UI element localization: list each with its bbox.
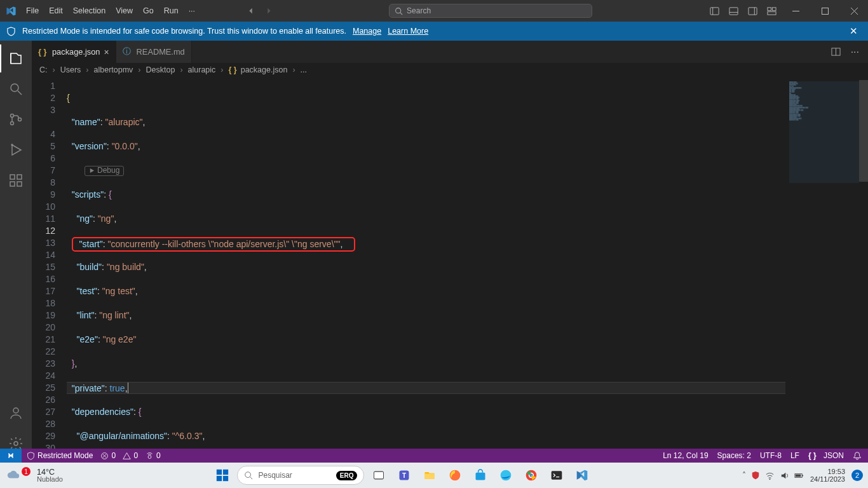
start-button-icon[interactable] — [212, 464, 233, 486]
info-file-icon: ⓘ — [123, 46, 133, 57]
line-numbers: 1234567891011121314151617181920212223242… — [32, 80, 67, 458]
vertical-scrollbar[interactable] — [859, 80, 868, 458]
window-maximize-icon[interactable] — [811, 0, 839, 22]
crumb[interactable]: Desktop — [146, 65, 175, 74]
tray-volume-icon[interactable] — [780, 471, 789, 480]
tab-close-icon[interactable]: × — [104, 47, 109, 57]
tab-package-json[interactable]: { } package.json × — [32, 41, 116, 63]
taskbar-app-vscode-icon[interactable] — [571, 464, 593, 486]
code-content[interactable]: { "name": "alurapic", "version": "0.0.0"… — [67, 80, 785, 458]
svg-point-32 — [148, 455, 151, 458]
activity-extensions-icon[interactable] — [0, 166, 32, 194]
taskbar-clock[interactable]: 19:53 24/11/2023 — [810, 468, 845, 483]
taskbar-app-explorer-icon[interactable] — [419, 464, 440, 486]
breadcrumb[interactable]: C: Users albertopmv Desktop alurapic { }… — [0, 63, 868, 77]
tab-label: package.json — [52, 47, 100, 57]
activity-source-control-icon[interactable] — [0, 105, 32, 133]
taskbar-app-store-icon[interactable] — [470, 464, 491, 486]
nav-back-icon[interactable] — [244, 4, 258, 18]
svg-point-0 — [396, 8, 401, 13]
layout-left-icon[interactable] — [705, 0, 723, 22]
taskbar-app-chrome-icon[interactable] — [520, 464, 542, 486]
system-tray[interactable]: ˄ — [742, 471, 804, 480]
taskbar-notification-badge[interactable]: 2 — [851, 470, 863, 481]
activity-account-icon[interactable] — [0, 399, 32, 427]
crumb[interactable]: C: — [39, 65, 48, 74]
crumb[interactable]: albertopmv — [94, 65, 133, 74]
status-bar: Restricted Mode 0 0 0 Ln 12, Col 19 Spac… — [0, 449, 868, 463]
editor[interactable]: 1234567891011121314151617181920212223242… — [32, 80, 868, 458]
activity-explorer-icon[interactable] — [0, 44, 32, 72]
svg-rect-53 — [796, 474, 801, 477]
activity-search-icon[interactable] — [0, 75, 32, 103]
tray-security-icon[interactable] — [751, 471, 760, 480]
status-ports[interactable]: 0 — [146, 451, 161, 460]
search-placeholder: Search — [407, 6, 431, 15]
menu-selection[interactable]: Selection — [69, 3, 110, 19]
more-actions-icon[interactable]: ··· — [848, 44, 862, 60]
taskbar-weather[interactable]: 1 14°C Nublado — [0, 468, 63, 483]
tray-wifi-icon[interactable] — [765, 471, 775, 480]
status-cursor-position[interactable]: Ln 12, Col 19 — [663, 451, 708, 460]
crumb[interactable]: alurapic — [188, 65, 216, 74]
status-eol[interactable]: LF — [790, 451, 799, 460]
svg-line-1 — [400, 12, 402, 14]
command-center-search[interactable]: Search — [389, 4, 592, 18]
crumb[interactable]: ... — [301, 65, 307, 74]
banner-manage-link[interactable]: Manage — [353, 27, 381, 36]
taskbar-app-firefox-icon[interactable] — [444, 464, 466, 486]
json-file-icon: { } — [229, 65, 237, 74]
taskbar-app-edge-icon[interactable] — [495, 464, 517, 486]
debug-codelens[interactable]: Debug — [85, 166, 124, 176]
tray-chevron-icon[interactable]: ˄ — [742, 471, 746, 480]
svg-rect-9 — [772, 7, 776, 10]
taskbar-app-teams-icon[interactable]: T — [393, 464, 415, 486]
menu-overflow-icon[interactable]: ··· — [184, 3, 200, 19]
taskbar-search[interactable]: Pesquisar ERQ — [237, 466, 364, 485]
svg-line-18 — [18, 91, 22, 95]
taskbar-app-taskview-icon[interactable] — [368, 464, 390, 486]
taskbar-app-terminal-icon[interactable] — [546, 464, 567, 486]
svg-rect-35 — [217, 476, 222, 481]
status-notifications-icon[interactable] — [853, 451, 862, 460]
svg-text:T: T — [402, 472, 406, 479]
shield-icon — [6, 27, 16, 36]
menu-view[interactable]: View — [111, 3, 137, 19]
window-minimize-icon[interactable] — [782, 0, 810, 22]
window-close-icon[interactable] — [840, 0, 868, 22]
activity-run-debug-icon[interactable] — [0, 136, 32, 164]
menu-run[interactable]: Run — [159, 3, 183, 19]
status-language[interactable]: { } JSON — [808, 451, 844, 460]
status-encoding[interactable]: UTF-8 — [760, 451, 782, 460]
tab-readme[interactable]: ⓘ README.md — [116, 41, 192, 63]
tray-battery-icon[interactable] — [794, 471, 804, 480]
svg-point-20 — [11, 122, 14, 125]
banner-learn-link[interactable]: Learn More — [388, 27, 428, 36]
status-indent[interactable]: Spaces: 2 — [717, 451, 751, 460]
svg-rect-8 — [767, 7, 771, 10]
menu-file[interactable]: File — [22, 3, 43, 19]
status-restricted-mode[interactable]: Restricted Mode — [27, 451, 93, 460]
layout-custom-icon[interactable] — [763, 0, 780, 22]
menu-go[interactable]: Go — [139, 3, 158, 19]
crumb[interactable]: package.json — [241, 65, 288, 74]
svg-point-17 — [11, 84, 18, 92]
layout-bottom-icon[interactable] — [724, 0, 742, 22]
remote-indicator-icon[interactable] — [0, 449, 22, 463]
banner-text: Restricted Mode is intended for safe cod… — [22, 27, 346, 36]
banner-close-icon[interactable]: ✕ — [846, 25, 862, 37]
status-problems[interactable]: 0 0 — [100, 451, 138, 460]
layout-right-icon[interactable] — [743, 0, 761, 22]
svg-rect-10 — [767, 11, 775, 15]
svg-point-27 — [13, 408, 18, 413]
svg-rect-12 — [822, 8, 828, 14]
json-file-icon: { } — [38, 47, 48, 57]
svg-rect-4 — [729, 7, 737, 14]
editor-tabs: { } package.json × ⓘ README.md ··· — [0, 41, 868, 63]
menu-edit[interactable]: Edit — [44, 3, 67, 19]
split-editor-icon[interactable] — [829, 44, 843, 59]
crumb[interactable]: Users — [60, 65, 81, 74]
minimap[interactable]: ████ █████ ████ ███████████ █████ ██████… — [789, 81, 859, 183]
svg-rect-2 — [710, 7, 718, 14]
nav-forward-icon[interactable] — [262, 4, 276, 18]
